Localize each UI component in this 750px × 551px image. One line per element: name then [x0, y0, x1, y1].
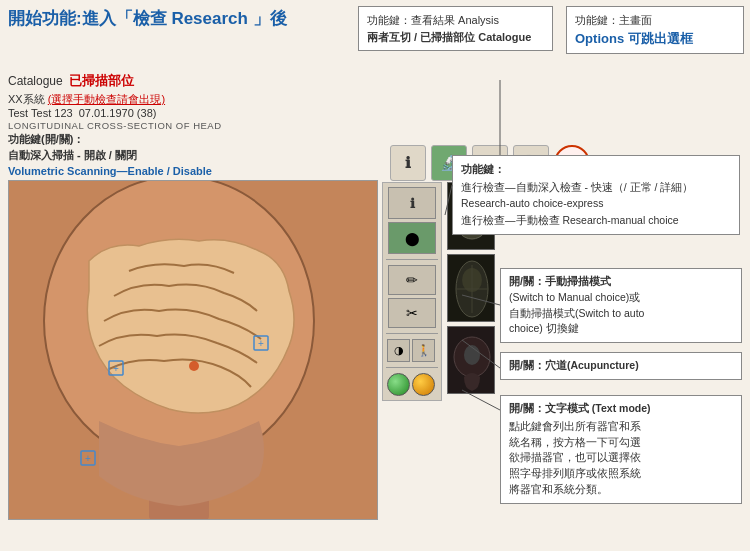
textmode-line2: 統名稱，按方格一下可勾選 [509, 435, 733, 451]
research-annotation-box: 功能鍵： 進行檢查—自動深入檢查 - 快速（/ 正常 / 詳細） Researc… [452, 155, 740, 235]
svg-point-22 [464, 345, 480, 365]
brain-image-container: + + + + [8, 180, 378, 520]
title-section: 開始功能:進入「檢查 Research 」後 [8, 8, 287, 30]
textmode-line5: 將器官和系統分類。 [509, 482, 733, 498]
color-btn-row: ◑ 🚶 [387, 339, 437, 362]
patient-link: (選擇手動檢查請會出現) [48, 93, 165, 105]
options-title: 功能鍵：主畫面 [575, 12, 735, 29]
main-title: 開始功能:進入「檢查 Research 」後 [8, 8, 287, 30]
pencil-icon: ✏ [406, 272, 418, 288]
toolbar-scan-icon: ⬤ [405, 231, 420, 246]
info-button[interactable]: ℹ [390, 145, 426, 181]
divider-3 [386, 367, 438, 368]
pie-chart-btn[interactable]: ◑ [387, 339, 410, 362]
manual-line1: (Switch to Manual choice)或 [509, 290, 733, 306]
catalogue-section: Catalogue 已掃描部位 XX系統 (選擇手動檢查請會出現) Test T… [8, 72, 222, 131]
toolbar-pencil-btn[interactable]: ✏ [388, 265, 436, 295]
svg-text:+: + [113, 363, 119, 374]
toolbar-info-btn[interactable]: ℹ [388, 187, 436, 219]
catalogue-text: Catalogue [8, 74, 63, 88]
svg-text:+: + [258, 338, 264, 349]
scan-thumb-3 [447, 326, 495, 394]
acupuncture-annotation-box: 開/關：穴道(Acupuncture) [500, 352, 742, 380]
toolbar-cut-btn[interactable]: ✂ [388, 298, 436, 328]
research-line2: Research-auto choice-express [461, 195, 731, 212]
research-title: 功能鍵： [461, 161, 731, 179]
middle-toolbar: ℹ ⬤ ✏ ✂ ◑ 🚶 [382, 182, 442, 401]
analysis-label: 功能鍵：查看結果 Analysis [367, 12, 544, 29]
divider-1 [386, 259, 438, 260]
cut-icon: ✂ [406, 305, 418, 321]
catalogue-row: Catalogue 已掃描部位 [8, 72, 222, 90]
patient-id: XX系統 [8, 93, 45, 105]
brain-svg: + + + + [9, 181, 378, 520]
main-container: 開始功能:進入「檢查 Research 」後 功能鍵：查看結果 Analysis… [0, 0, 750, 551]
figure-icon: 🚶 [417, 344, 431, 357]
figure-btn[interactable]: 🚶 [412, 339, 435, 362]
circles-row [387, 373, 437, 396]
analysis-box: 功能鍵：查看結果 Analysis 兩者互切 / 已掃描部位 Catalogue [358, 6, 553, 51]
svg-text:+: + [85, 453, 91, 464]
options-value: Options 可跳出選框 [575, 29, 735, 49]
scan-thumb-2 [447, 254, 495, 322]
research-line3: 進行檢查—手動檢查 Research-manual choice [461, 212, 731, 229]
textmode-line1: 點此鍵會列出所有器官和系 [509, 419, 733, 435]
textmode-annotation-box: 開/關：文字模式 (Text mode) 點此鍵會列出所有器官和系 統名稱，按方… [500, 395, 742, 504]
scanned-label: 已掃描部位 [69, 72, 134, 90]
textmode-line4: 照字母排列順序或依照系統 [509, 466, 733, 482]
acupuncture-title: 開/關：穴道(Acupuncture) [509, 358, 733, 374]
manual-title: 開/關：手動掃描模式 [509, 274, 733, 290]
catalogue-label: 兩者互切 / 已掃描部位 Catalogue [367, 29, 544, 46]
manual-line2: 自動掃描模式(Switch to auto [509, 306, 733, 322]
svg-point-11 [189, 361, 199, 371]
pie-icon: ◑ [394, 344, 404, 357]
test-date: Test Test 123 07.01.1970 (38) [8, 107, 222, 119]
volumetric-title2: 自動深入掃描 - 開啟 / 關閉 [8, 148, 318, 164]
info-icon: ℹ [405, 154, 411, 172]
toolbar-info-icon: ℹ [410, 196, 415, 211]
cross-section-label: LONGITUDINAL CROSS-SECTION OF HEAD [8, 120, 222, 131]
manual-annotation-box: 開/關：手動掃描模式 (Switch to Manual choice)或 自動… [500, 268, 742, 343]
research-line1: 進行檢查—自動深入檢查 - 快速（/ 正常 / 詳細） [461, 179, 731, 196]
divider-2 [386, 333, 438, 334]
volumetric-title: 功能鍵(開/關)： [8, 132, 318, 148]
manual-line3: choice) 切換鍵 [509, 321, 733, 337]
patient-info: XX系統 (選擇手動檢查請會出現) [8, 92, 222, 107]
textmode-line3: 欲掃描器官，也可以選擇依 [509, 450, 733, 466]
green-circle-btn[interactable] [387, 373, 410, 396]
volumetric-en: Volumetric Scanning—Enable / Disable [8, 164, 318, 180]
textmode-title: 開/關：文字模式 (Text mode) [509, 401, 733, 417]
options-box: 功能鍵：主畫面 Options 可跳出選框 [566, 6, 744, 54]
toolbar-scan-btn[interactable]: ⬤ [388, 222, 436, 254]
orange-circle-btn[interactable] [412, 373, 435, 396]
